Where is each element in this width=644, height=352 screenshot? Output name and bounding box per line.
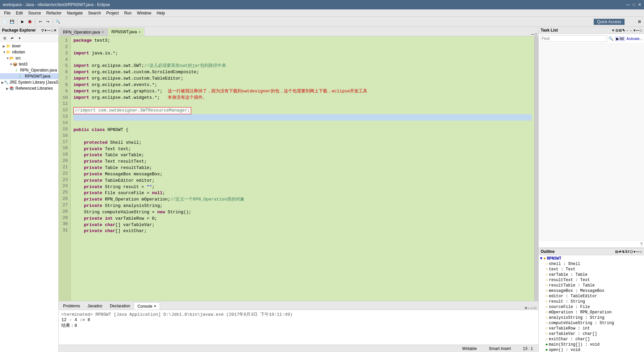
toolbar-save[interactable]: 💾 [9, 18, 15, 25]
menu-help[interactable]: Help [154, 10, 168, 16]
tree-item-jre[interactable]: ▶ 🔧 JRE System Library [JavaSE-1.8] [0, 79, 58, 85]
tree-item-rpnswt[interactable]: J RPNSWT.java [0, 73, 58, 79]
outline-field-analysis[interactable]: ○ analysisString : String [539, 315, 644, 320]
pkg-close-btn[interactable]: ✕ [54, 29, 56, 32]
editor-scrollbar[interactable] [534, 36, 538, 301]
outline-field-compute[interactable]: ○ computeValueString : String [539, 320, 644, 326]
toolbar-debug[interactable]: 🐞 [26, 18, 33, 25]
minimize-btn[interactable]: — [626, 2, 630, 7]
toolbar-search[interactable]: 🔍 [55, 18, 61, 25]
tab-close-rpnswt[interactable]: ✕ [138, 30, 141, 34]
toolbar-run[interactable]: ▶ [19, 18, 26, 25]
outline-hide-nonpublic-btn[interactable]: ⬡ [630, 250, 633, 254]
menu-source[interactable]: Source [25, 10, 44, 16]
tab-rpn-operation[interactable]: RPN_Operation.java ✕ [59, 28, 108, 36]
outline-field-resulttable[interactable]: ○ resultTable : Table [539, 283, 644, 288]
outline-field-messagebox[interactable]: ○ messageBox : MessageBox [539, 288, 644, 294]
outline-field-editor[interactable]: ○ editor : TableEditor [539, 294, 644, 299]
outline-field-vartablevar[interactable]: ○ varTableVar : char[] [539, 331, 644, 337]
outline-max-btn[interactable]: □ [640, 250, 642, 254]
pkg-menu-btn[interactable]: ▾ [45, 29, 46, 32]
tasklist-back-btn[interactable]: ← [630, 29, 633, 32]
outline-field-vartablerow[interactable]: ○ varTableRow : int [539, 326, 644, 331]
outline-min-btn[interactable]: — [636, 250, 639, 254]
tab-rpnswt[interactable]: RPNSWT.java ✕ [108, 28, 145, 36]
quickaccess-button[interactable]: Quick Access [594, 19, 625, 25]
outline-method-open[interactable]: ● open() : void [539, 347, 644, 352]
pkg-collapse-btn[interactable]: ▽ [41, 29, 44, 32]
outline-method-main[interactable]: ● main(String[]) : void [539, 342, 644, 347]
outline-field-text[interactable]: ○ text : Text [539, 267, 644, 272]
outline-field-moperation[interactable]: ○ mOperation : RPN_Operation [539, 310, 644, 315]
tab-console[interactable]: Console ✕ [134, 302, 160, 310]
tree-item-test3[interactable]: ▼ 📦 test3 [0, 61, 58, 67]
menu-window[interactable]: Window [134, 10, 154, 16]
menu-navigate[interactable]: Navigate [64, 10, 85, 16]
toolbar-redo[interactable]: ↪ [44, 18, 51, 25]
menu-refactor[interactable]: Refactor [44, 10, 64, 16]
outline-link-btn[interactable]: ⇌ [619, 250, 621, 254]
tasklist-min-btn[interactable]: — [636, 29, 639, 32]
pkg-max-btn[interactable]: □ [51, 29, 53, 32]
outline-field-result[interactable]: ○ result : String [539, 299, 644, 304]
bottom-scroll-btn[interactable]: ↓ [528, 306, 530, 310]
outline-sort-btn[interactable]: ⇅ [622, 250, 625, 254]
menu-project[interactable]: Project [104, 10, 121, 16]
outline-hide-field-btn[interactable]: f [628, 250, 629, 254]
outline-field-exitchar[interactable]: ○ exitChar : char[] [539, 337, 644, 342]
outline-collapse-btn[interactable]: ⊟ [615, 250, 618, 254]
bottom-clear-btn[interactable]: ⊘ [525, 306, 527, 310]
menu-edit[interactable]: Edit [13, 10, 25, 16]
bottom-maximize-btn[interactable]: □ [534, 306, 536, 310]
tab-console-close[interactable]: ✕ [154, 304, 156, 308]
tree-item-lexer[interactable]: ▶ 📁 lexer [0, 43, 58, 49]
editor-maximize-btn[interactable]: □ [535, 32, 537, 36]
tab-declaration[interactable]: Declaration [106, 302, 134, 310]
tasklist-max-btn[interactable]: □ [640, 29, 642, 32]
tree-item-nibolan[interactable]: ▼ 📁 nibolan [0, 49, 58, 55]
console-header: <terminated> RPNSWT [Java Application] D… [61, 311, 536, 317]
tasklist-view-btn[interactable]: ⊡ [615, 29, 618, 32]
tasklist-activate-label[interactable]: Activate... [627, 37, 643, 41]
menu-run[interactable]: Run [121, 10, 134, 16]
toolbar-perspectives[interactable]: ⊞ [636, 18, 643, 25]
tasklist-menu-btn[interactable]: ▾ [634, 29, 635, 32]
bottom-minimize-btn[interactable]: — [530, 306, 534, 310]
toolbar-new[interactable]: 📄 [1, 18, 8, 25]
menu-file[interactable]: File [1, 10, 13, 16]
code-area[interactable]: package test3; import java.io.*; import … [71, 36, 534, 301]
tasklist-search-bar: 🔍 ▶ All Activate... [539, 34, 644, 44]
outline-field-sourcefile[interactable]: ○ sourceFile : File [539, 304, 644, 310]
tasklist-forward-btn[interactable]: → [626, 29, 629, 32]
outline-class-rpnswt[interactable]: ▼ ● RPNSWT [539, 256, 644, 261]
pkg-min-btn[interactable]: — [47, 29, 50, 32]
tab-close-rpn[interactable]: ✕ [101, 30, 104, 34]
tasklist-filter-btn[interactable]: ▼ [611, 29, 615, 32]
tasklist-collapse-btn[interactable]: ⊟ [619, 29, 622, 32]
tree-item-src[interactable]: ▼ 📂 src [0, 55, 58, 61]
outline-hide-static-btn[interactable]: S [625, 250, 628, 254]
tree-item-rpn-operation[interactable]: J RPN_Operation.java [0, 67, 58, 73]
maximize-btn[interactable]: □ [633, 2, 635, 7]
help-icon[interactable]: ? [640, 241, 643, 247]
tasklist-edit-btn[interactable]: ✎ [622, 29, 625, 32]
close-btn[interactable]: ✕ [638, 2, 641, 7]
pkg-collapse-all[interactable]: ⊟ [1, 35, 8, 41]
toolbar-undo[interactable]: ↩ [37, 18, 44, 25]
outline-field-resulttext[interactable]: ○ resultText : Text [539, 277, 644, 283]
titlebar-controls[interactable]: — □ ✕ [626, 2, 641, 7]
tree-item-ref-libraries[interactable]: ▶ 📚 Referenced Libraries [0, 85, 58, 91]
tab-javadoc[interactable]: Javadoc [84, 302, 106, 310]
outline-header: Outline ⊟ ⇌ ⇅ S f ⬡ ▾ — □ [539, 248, 644, 255]
outline-field-shell[interactable]: ○ shell : Shell [539, 261, 644, 267]
pkg-view-menu[interactable]: ▾ [16, 35, 23, 41]
editor-minimize-btn[interactable]: — [531, 32, 534, 36]
menu-search[interactable]: Search [86, 10, 104, 16]
field-icon-compute: ○ [545, 321, 548, 325]
tab-problems[interactable]: Problems [59, 302, 84, 310]
tasklist-search-input[interactable] [540, 35, 607, 42]
outline-field-vartable[interactable]: ○ varTable : Table [539, 272, 644, 277]
pkg-link-editor[interactable]: ⇌ [9, 35, 15, 41]
outline-menu-btn[interactable]: ▾ [634, 250, 635, 254]
search-icon[interactable]: 🔍 [608, 36, 613, 41]
